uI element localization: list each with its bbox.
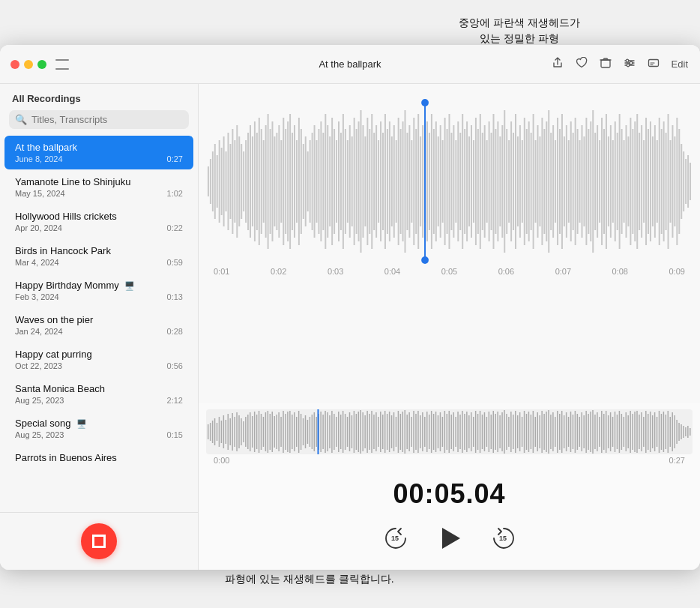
svg-rect-50 — [307, 151, 309, 211]
svg-rect-127 — [477, 129, 479, 234]
svg-rect-351 — [482, 415, 483, 449]
svg-rect-124 — [471, 125, 472, 238]
svg-rect-273 — [310, 417, 310, 447]
recording-item[interactable]: Happy cat purring Oct 22, 2023 0:56 — [4, 343, 193, 376]
search-box[interactable]: 🔍 — [9, 110, 189, 129]
waveform-overview[interactable] — [206, 409, 693, 454]
recording-item[interactable]: Special song 🖥️ Aug 25, 2023 0:15 — [4, 412, 193, 445]
svg-rect-64 — [338, 121, 340, 241]
recording-item[interactable]: Santa Monica Beach Aug 25, 2023 2:12 — [4, 377, 193, 411]
svg-rect-411 — [615, 412, 615, 452]
svg-rect-263 — [287, 412, 288, 452]
svg-rect-159 — [548, 110, 549, 253]
svg-rect-30 — [263, 140, 265, 223]
time-label: 0:07 — [555, 267, 571, 276]
svg-rect-267 — [296, 417, 297, 447]
svg-rect-184 — [603, 129, 605, 234]
svg-rect-78 — [369, 129, 370, 234]
svg-rect-106 — [431, 114, 432, 249]
svg-rect-48 — [303, 144, 304, 219]
svg-rect-164 — [559, 129, 561, 234]
recording-item[interactable]: Happy Birthday Mommy 🖥️ Feb 3, 2024 0:13 — [4, 274, 193, 307]
svg-rect-306 — [382, 415, 383, 449]
svg-rect-218 — [678, 129, 680, 234]
svg-rect-348 — [475, 411, 476, 453]
svg-rect-303 — [375, 412, 376, 451]
minimize-button[interactable] — [24, 60, 33, 69]
svg-rect-444 — [687, 426, 688, 438]
recording-duration: 0:28 — [167, 327, 183, 336]
svg-rect-318 — [408, 412, 409, 451]
recording-duration: 0:27 — [167, 154, 183, 163]
svg-rect-215 — [672, 125, 673, 238]
svg-rect-223 — [690, 163, 691, 200]
svg-rect-420 — [634, 412, 635, 452]
svg-rect-414 — [621, 414, 622, 450]
svg-rect-435 — [668, 411, 669, 453]
svg-rect-346 — [471, 412, 471, 451]
play-button[interactable] — [433, 522, 466, 555]
svg-rect-46 — [298, 118, 300, 245]
forward-button[interactable]: 15 — [490, 525, 517, 552]
svg-rect-54 — [316, 140, 318, 223]
svg-rect-205 — [650, 121, 651, 241]
waveform-container[interactable]: 0:01 0:02 0:03 0:04 0:05 0:06 0:07 0:08 … — [199, 84, 700, 403]
maximize-button[interactable] — [37, 60, 46, 69]
svg-rect-49 — [305, 136, 307, 226]
equalizer-button[interactable] — [624, 57, 636, 72]
svg-rect-424 — [643, 417, 644, 447]
recording-item[interactable]: Parrots in Buenos Aires — [4, 446, 193, 471]
svg-rect-299 — [366, 411, 367, 453]
svg-rect-312 — [396, 417, 396, 447]
edit-button[interactable]: Edit — [672, 58, 688, 70]
svg-rect-416 — [626, 412, 627, 451]
svg-rect-190 — [617, 133, 618, 230]
svg-rect-216 — [674, 136, 675, 226]
captions-button[interactable] — [648, 57, 660, 72]
svg-rect-340 — [457, 412, 458, 452]
svg-rect-432 — [661, 414, 662, 450]
close-button[interactable] — [10, 60, 19, 69]
like-button[interactable] — [576, 57, 588, 72]
recording-duration: 0:59 — [167, 258, 183, 267]
svg-rect-192 — [621, 129, 623, 234]
recording-title: Happy Birthday Mommy 🖥️ — [15, 280, 183, 291]
svg-rect-377 — [539, 415, 540, 448]
waveform-overview-container[interactable]: 0:00 0:27 — [199, 403, 700, 469]
time-label: 0:05 — [441, 267, 457, 276]
svg-rect-39 — [283, 118, 284, 245]
svg-rect-359 — [499, 415, 500, 448]
recording-item[interactable]: Hollywood Hills crickets Apr 20, 2024 0:… — [4, 205, 193, 238]
svg-rect-300 — [369, 414, 369, 450]
svg-rect-325 — [424, 417, 425, 447]
rewind-button[interactable]: 15 — [382, 525, 409, 552]
svg-rect-244 — [245, 417, 246, 447]
recording-item[interactable]: At the ballpark June 8, 2024 0:27 — [4, 136, 193, 169]
svg-rect-213 — [668, 114, 669, 249]
svg-rect-280 — [325, 411, 325, 453]
svg-rect-229 — [212, 421, 213, 443]
recording-item[interactable]: Birds in Hancock Park Mar 4, 2024 0:59 — [4, 239, 193, 273]
svg-rect-40 — [285, 129, 286, 234]
delete-button[interactable] — [600, 57, 612, 72]
recording-item[interactable]: Waves on the pier Jan 24, 2024 0:28 — [4, 308, 193, 342]
svg-rect-253 — [265, 412, 266, 451]
recording-meta: Feb 3, 2024 0:13 — [15, 292, 183, 301]
waveform-detailed[interactable] — [206, 99, 693, 264]
share-button[interactable] — [552, 57, 564, 72]
recording-meta: Oct 22, 2023 0:56 — [15, 361, 183, 370]
svg-rect-93 — [402, 121, 404, 241]
svg-rect-381 — [548, 410, 549, 454]
svg-rect-202 — [643, 140, 645, 223]
svg-rect-63 — [336, 140, 337, 223]
time-label: 0:03 — [328, 267, 343, 276]
sidebar-toggle-button[interactable] — [55, 59, 69, 70]
svg-rect-259 — [278, 412, 279, 451]
svg-rect-440 — [678, 423, 679, 441]
svg-rect-128 — [480, 114, 481, 249]
record-button[interactable] — [81, 523, 117, 559]
search-input[interactable] — [31, 114, 183, 125]
svg-rect-13 — [226, 151, 227, 211]
recording-item[interactable]: Yamanote Line to Shinjuku May 15, 2024 1… — [4, 170, 193, 204]
svg-rect-47 — [301, 129, 302, 234]
